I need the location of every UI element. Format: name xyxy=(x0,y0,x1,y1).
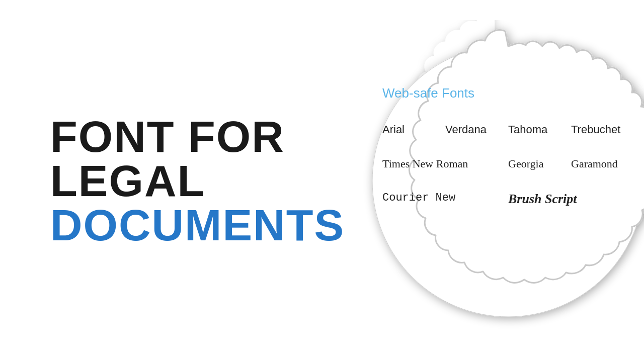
title-line3: DOCUMENTS xyxy=(50,203,292,247)
font-arial: Arial xyxy=(382,115,445,144)
font-trebuchet: Trebuchet xyxy=(571,115,634,144)
font-courier-new: Courier New xyxy=(382,184,508,215)
right-section: Web-safe Fonts Arial Verdana Tahoma Treb… xyxy=(337,20,644,342)
title-line1: FONT FOR xyxy=(50,115,292,159)
left-section: FONT FOR LEGAL DOCUMENTS xyxy=(50,115,292,247)
web-safe-heading: Web-safe Fonts xyxy=(382,85,634,101)
fonts-content: Web-safe Fonts Arial Verdana Tahoma Treb… xyxy=(382,85,634,220)
font-tahoma: Tahoma xyxy=(508,115,571,144)
font-georgia: Georgia xyxy=(508,149,571,178)
font-brush-script: Brush Script xyxy=(508,184,634,215)
torn-circle: Web-safe Fonts Arial Verdana Tahoma Treb… xyxy=(337,20,644,342)
font-verdana: Verdana xyxy=(445,115,508,144)
font-times-new-roman: Times New Roman xyxy=(382,149,508,178)
title-line2: LEGAL xyxy=(50,159,292,203)
font-garamond: Garamond xyxy=(571,149,634,178)
